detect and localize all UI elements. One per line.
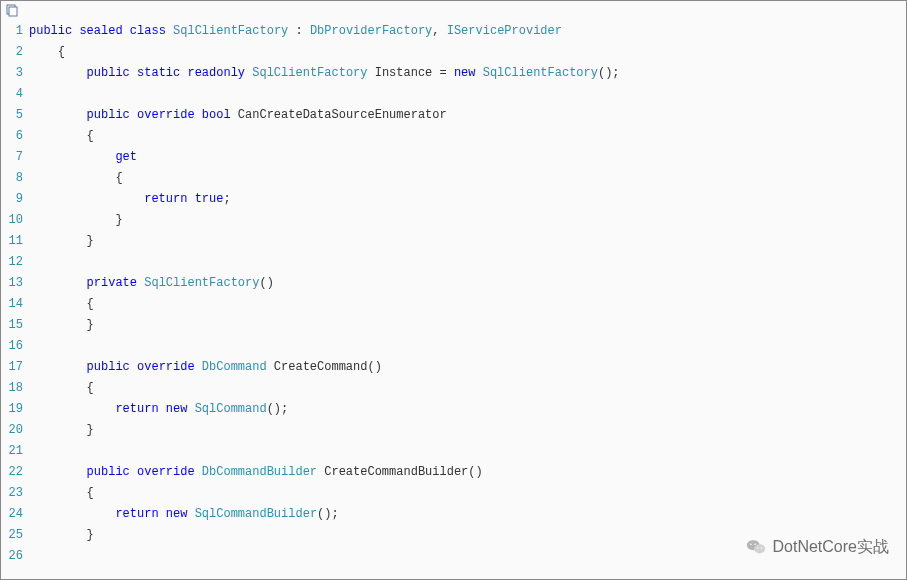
code-content: get: [29, 147, 902, 168]
line-number: 6: [1, 126, 29, 147]
copy-icon[interactable]: [5, 4, 19, 18]
code-line: 8 {: [1, 168, 902, 189]
line-number: 3: [1, 63, 29, 84]
watermark-text: DotNetCore实战: [773, 537, 889, 558]
line-number: 11: [1, 231, 29, 252]
code-line: 22 public override DbCommandBuilder Crea…: [1, 462, 902, 483]
line-number: 9: [1, 189, 29, 210]
code-line: 20 }: [1, 420, 902, 441]
code-line: 5 public override bool CanCreateDataSour…: [1, 105, 902, 126]
line-number: 5: [1, 105, 29, 126]
code-line: 15 }: [1, 315, 902, 336]
line-number: 21: [1, 441, 29, 462]
code-line: 14 {: [1, 294, 902, 315]
line-number: 8: [1, 168, 29, 189]
svg-point-3: [754, 544, 765, 553]
code-line: 11 }: [1, 231, 902, 252]
svg-point-4: [750, 543, 752, 545]
code-line: 17 public override DbCommand CreateComma…: [1, 357, 902, 378]
line-number: 26: [1, 546, 29, 567]
code-line: 7 get: [1, 147, 902, 168]
code-viewer: 1public sealed class SqlClientFactory : …: [0, 0, 907, 580]
code-content: }: [29, 231, 902, 252]
line-number: 24: [1, 504, 29, 525]
code-content: return true;: [29, 189, 902, 210]
code-line: 12: [1, 252, 902, 273]
code-content: {: [29, 378, 902, 399]
line-number: 7: [1, 147, 29, 168]
code-line: 13 private SqlClientFactory(): [1, 273, 902, 294]
svg-point-7: [760, 547, 761, 548]
code-line: 1public sealed class SqlClientFactory : …: [1, 21, 902, 42]
code-content: {: [29, 294, 902, 315]
code-line: 19 return new SqlCommand();: [1, 399, 902, 420]
code-content: }: [29, 315, 902, 336]
code-content: public static readonly SqlClientFactory …: [29, 63, 902, 84]
line-number: 1: [1, 21, 29, 42]
line-number: 23: [1, 483, 29, 504]
line-number: 16: [1, 336, 29, 357]
line-number: 20: [1, 420, 29, 441]
code-content: }: [29, 210, 902, 231]
code-content: public sealed class SqlClientFactory : D…: [29, 21, 902, 42]
line-number: 12: [1, 252, 29, 273]
code-content: public override DbCommandBuilder CreateC…: [29, 462, 902, 483]
code-line: 6 {: [1, 126, 902, 147]
line-number: 10: [1, 210, 29, 231]
code-content: }: [29, 420, 902, 441]
code-area: 1public sealed class SqlClientFactory : …: [1, 21, 906, 567]
code-content: public override DbCommand CreateCommand(…: [29, 357, 902, 378]
code-content: {: [29, 168, 902, 189]
line-number: 22: [1, 462, 29, 483]
code-line: 23 {: [1, 483, 902, 504]
line-number: 13: [1, 273, 29, 294]
code-content: private SqlClientFactory(): [29, 273, 902, 294]
line-number: 17: [1, 357, 29, 378]
code-line: 21: [1, 441, 902, 462]
code-content: return new SqlCommandBuilder();: [29, 504, 902, 525]
toolbar: [1, 1, 906, 21]
code-line: 9 return true;: [1, 189, 902, 210]
wechat-icon: [745, 536, 767, 558]
line-number: 19: [1, 399, 29, 420]
code-content: {: [29, 42, 902, 63]
svg-point-5: [754, 543, 756, 545]
code-line: 3 public static readonly SqlClientFactor…: [1, 63, 902, 84]
watermark: DotNetCore实战: [745, 536, 889, 558]
code-line: 2 {: [1, 42, 902, 63]
svg-rect-1: [9, 7, 17, 16]
line-number: 15: [1, 315, 29, 336]
code-line: 18 {: [1, 378, 902, 399]
line-number: 18: [1, 378, 29, 399]
code-line: 4: [1, 84, 902, 105]
code-line: 10 }: [1, 210, 902, 231]
line-number: 2: [1, 42, 29, 63]
line-number: 4: [1, 84, 29, 105]
code-content: {: [29, 483, 902, 504]
line-number: 14: [1, 294, 29, 315]
code-line: 16: [1, 336, 902, 357]
code-content: public override bool CanCreateDataSource…: [29, 105, 902, 126]
line-number: 25: [1, 525, 29, 546]
code-content: {: [29, 126, 902, 147]
code-line: 24 return new SqlCommandBuilder();: [1, 504, 902, 525]
code-content: return new SqlCommand();: [29, 399, 902, 420]
svg-point-6: [757, 547, 758, 548]
